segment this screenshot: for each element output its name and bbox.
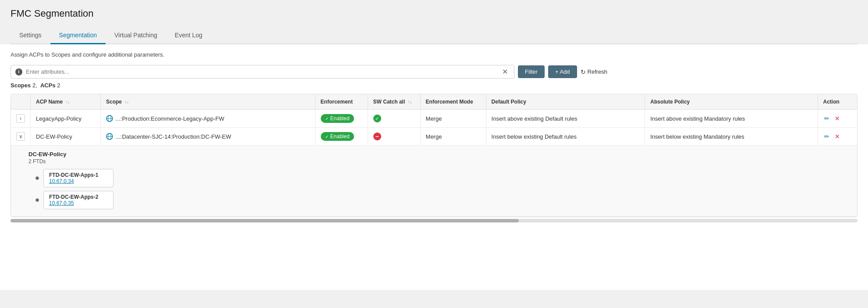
search-input[interactable] [26, 68, 500, 75]
scope-inner-1: ...:Production:Ecommerce-Legacy-App-FW [106, 115, 310, 122]
enforcement-cell-2: ✓ Enabled [315, 128, 368, 146]
sort-arrows-sw[interactable]: ↑↓ [408, 100, 412, 104]
ftd-card-2: FTD-DC-EW-Apps-2 10.67.0.35 [43, 191, 113, 209]
ftd-dot-1 [35, 176, 39, 180]
th-sw-catch-all: SW Catch all ↑↓ [368, 94, 420, 110]
ftd-ip-1[interactable]: 10.67.0.34 [49, 178, 108, 184]
page-title: FMC Segmentation [11, 8, 857, 19]
tab-virtual-patching[interactable]: Virtual Patching [106, 27, 166, 44]
action-cell-1: ✏ ✕ [818, 110, 857, 128]
page-wrapper: FMC Segmentation Settings Segmentation V… [0, 0, 868, 308]
acp-name-cell-1: LegacyApp-Policy [31, 110, 101, 128]
table-wrapper: ACP Name ↑↓ Scope ↑↓ Enforcement SW Catc… [11, 94, 857, 217]
enforcement-cell-1: ✓ Enabled [315, 110, 368, 128]
th-action: Action [818, 94, 857, 110]
table-row: › LegacyApp-Policy ...:Production:Ecomme [11, 110, 857, 128]
add-button[interactable]: + Add [548, 65, 577, 78]
ftd-dot-2 [35, 198, 39, 202]
enabled-badge-2: ✓ Enabled [321, 132, 354, 141]
toolbar: i ✕ Filter + Add ↻ Refresh [11, 65, 857, 79]
search-container: i ✕ [11, 65, 514, 79]
summary-text: Scopes 2, ACPs 2 [11, 82, 857, 89]
enforcement-mode-cell-2: Merge [420, 128, 486, 146]
scopes-label: Scopes [11, 82, 31, 89]
table-header-row: ACP Name ↑↓ Scope ↑↓ Enforcement SW Catc… [11, 94, 857, 110]
edit-button-1[interactable]: ✏ [823, 114, 830, 123]
enabled-badge-1: ✓ Enabled [321, 114, 354, 123]
sw-catch-minus-2: − [373, 133, 381, 140]
refresh-button[interactable]: ↻ Refresh [581, 68, 608, 75]
acps-label: ACPs [40, 82, 56, 89]
action-buttons-2: ✏ ✕ [823, 132, 852, 141]
delete-button-2[interactable]: ✕ [834, 132, 841, 141]
scope-text-2: ...:Datacenter-SJC-14:Production:DC-FW-E… [116, 133, 231, 140]
expanded-cell: DC-EW-Policy 2 FTDs FTD-DC-EW-Apps-1 [11, 146, 857, 217]
enabled-check-icon-2: ✓ [325, 134, 329, 139]
delete-button-1[interactable]: ✕ [834, 114, 841, 123]
th-enforcement-mode: Enforcement Mode [420, 94, 486, 110]
ftd-dot-line-1 [35, 176, 39, 180]
expanded-section: DC-EW-Policy 2 FTDs FTD-DC-EW-Apps-1 [11, 146, 857, 216]
sort-arrows-acp[interactable]: ↑↓ [65, 100, 70, 104]
th-expand [11, 94, 31, 110]
list-item: FTD-DC-EW-Apps-1 10.67.0.34 [35, 169, 848, 187]
th-absolute-policy: Absolute Policy [645, 94, 818, 110]
scope-cell-2: ...:Datacenter-SJC-14:Production:DC-FW-E… [101, 128, 315, 146]
sw-catch-check-1: ✓ [373, 115, 381, 122]
th-default-policy: Default Policy [486, 94, 645, 110]
info-icon: i [15, 68, 22, 75]
enabled-check-icon-1: ✓ [325, 116, 329, 121]
action-buttons-1: ✏ ✕ [823, 114, 852, 123]
scope-icon-2 [106, 133, 113, 140]
ftd-card-1: FTD-DC-EW-Apps-1 10.67.0.34 [43, 169, 113, 187]
edit-button-2[interactable]: ✏ [823, 132, 830, 141]
filter-button[interactable]: Filter [518, 65, 545, 78]
tabs-bar: Settings Segmentation Virtual Patching E… [11, 27, 857, 44]
content-section: Assign ACPs to Scopes and configure addi… [0, 44, 868, 290]
sw-catch-all-cell-2: − [368, 128, 420, 146]
expand-cell-2: ∨ [11, 128, 31, 146]
acp-name-cell-2: DC-EW-Policy [31, 128, 101, 146]
scope-cell-1: ...:Production:Ecommerce-Legacy-App-FW [101, 110, 315, 128]
tab-settings[interactable]: Settings [11, 27, 50, 44]
acps-count: 2 [57, 82, 60, 89]
expanded-ftd-count: 2 FTDs [28, 158, 848, 165]
expand-cell-1: › [11, 110, 31, 128]
horizontal-scrollbar[interactable] [11, 219, 857, 222]
ftd-dot-line-2 [35, 198, 39, 202]
table-row: ∨ DC-EW-Policy ...:Datacenter-SJC-14:Pro [11, 128, 857, 146]
clear-button[interactable]: ✕ [500, 68, 510, 76]
header-section: FMC Segmentation Settings Segmentation V… [0, 0, 868, 44]
scrollbar-thumb[interactable] [11, 219, 519, 222]
th-acp-name: ACP Name ↑↓ [31, 94, 101, 110]
default-policy-cell-2: Insert below existing Default rules [486, 128, 645, 146]
refresh-label: Refresh [588, 68, 608, 75]
expand-button-2[interactable]: ∨ [16, 132, 25, 141]
action-cell-2: ✏ ✕ [818, 128, 857, 146]
default-policy-cell-1: Insert above existing Default rules [486, 110, 645, 128]
expand-button-1[interactable]: › [16, 114, 25, 123]
sort-arrows-scope[interactable]: ↑↓ [124, 100, 129, 104]
scopes-count: 2 [32, 82, 35, 89]
th-enforcement: Enforcement [315, 94, 368, 110]
description-text: Assign ACPs to Scopes and configure addi… [11, 51, 857, 58]
data-table: ACP Name ↑↓ Scope ↑↓ Enforcement SW Catc… [11, 94, 857, 217]
scope-inner-2: ...:Datacenter-SJC-14:Production:DC-FW-E… [106, 133, 310, 140]
scope-icon-1 [106, 115, 113, 122]
refresh-icon: ↻ [581, 68, 586, 75]
expanded-row: DC-EW-Policy 2 FTDs FTD-DC-EW-Apps-1 [11, 146, 857, 217]
ftd-name-2: FTD-DC-EW-Apps-2 [49, 194, 108, 200]
expanded-policy-name: DC-EW-Policy [28, 151, 848, 158]
list-item: FTD-DC-EW-Apps-2 10.67.0.35 [35, 191, 848, 209]
ftd-ip-2[interactable]: 10.67.0.35 [49, 200, 108, 206]
ftd-list: FTD-DC-EW-Apps-1 10.67.0.34 [28, 169, 848, 209]
scope-text-1: ...:Production:Ecommerce-Legacy-App-FW [116, 115, 224, 122]
absolute-policy-cell-2: Insert below existing Mandatory rules [645, 128, 818, 146]
tab-segmentation[interactable]: Segmentation [50, 27, 106, 44]
absolute-policy-cell-1: Insert above existing Mandatory rules [645, 110, 818, 128]
tab-event-log[interactable]: Event Log [166, 27, 211, 44]
sw-catch-all-cell-1: ✓ [368, 110, 420, 128]
th-scope: Scope ↑↓ [101, 94, 315, 110]
enforcement-mode-cell-1: Merge [420, 110, 486, 128]
ftd-name-1: FTD-DC-EW-Apps-1 [49, 172, 108, 178]
